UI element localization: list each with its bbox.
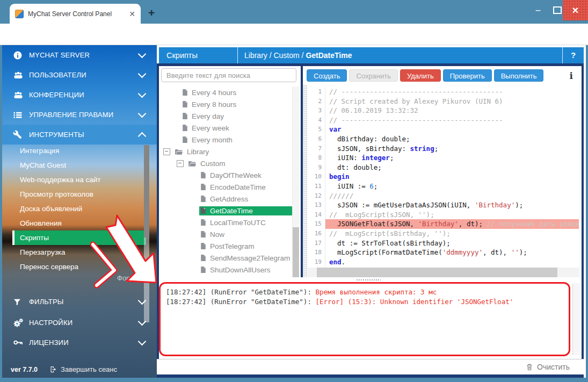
code-token: sJSON := mGetUserDataAsJSON(iUIN, — [329, 201, 475, 209]
tree-item-getaddress[interactable]: GetAddress — [159, 193, 292, 205]
chevron-down-icon — [138, 70, 147, 78]
создать-button[interactable]: Создать — [307, 69, 347, 82]
sidebar-item-фильтры[interactable]: ФИЛЬТРЫ — [2, 292, 157, 312]
folder-icon — [188, 160, 197, 167]
code-editor[interactable]: 1// ------------------------------------… — [308, 85, 582, 268]
info-icon[interactable]: i — [570, 70, 573, 81]
sidebar-scrollbar-thumb[interactable] — [144, 145, 149, 237]
submenu-item-доска-объявлений[interactable]: Доска объявлений — [2, 201, 157, 216]
code-line: 14// mLogScript(sJSON, ''); — [308, 210, 582, 220]
code-token: string — [410, 145, 434, 153]
window-minimize-button[interactable]: – — [530, 0, 546, 20]
code-token: // mLogScript(sBirthday, ''); — [329, 229, 451, 237]
tree-item-custom[interactable]: Custom — [159, 157, 292, 169]
window-close-button[interactable]: ✕ — [563, 0, 588, 20]
tree-item-every-week[interactable]: Every week — [159, 122, 292, 134]
submenu-item-интеграция[interactable]: Интеграция — [2, 143, 157, 158]
chevron-down-icon — [138, 337, 147, 346]
line-number: 9 — [308, 163, 325, 172]
tree-item-every-month[interactable]: Every month — [159, 134, 292, 146]
sidebar-item-label: УПРАВЛЕНИЕ ПРАВАМИ — [29, 111, 139, 119]
tree-item-every-8-hours[interactable]: Every 8 hours — [159, 98, 292, 110]
submenu-item-просмотр-протоколов[interactable]: Просмотр протоколов — [2, 187, 157, 201]
line-number: 1 — [308, 87, 325, 97]
line-number: 10 — [308, 172, 325, 182]
sidebar-item-конференции[interactable]: КОНФЕРЕНЦИИ — [2, 85, 157, 105]
file-icon — [182, 89, 188, 96]
tree-item-inner: Every 4 hours — [181, 88, 239, 97]
sidebar-item-настройки[interactable]: НАСТРОЙКИ — [2, 313, 157, 333]
log-scrollbar-track[interactable] — [572, 283, 580, 355]
tree-item-posttelegram[interactable]: PostTelegram — [159, 240, 292, 252]
scripts-tree-panel: Every 4 hoursEvery 8 hoursEvery dayEvery… — [159, 66, 301, 277]
tree-item-every-day[interactable]: Every day — [159, 110, 292, 122]
submenu-item-обновления[interactable]: Обновления — [2, 216, 157, 230]
выполнить-button[interactable]: Выполнить — [494, 69, 544, 82]
code-token: ////// — [329, 192, 353, 200]
tree-item-inner: Every week — [181, 124, 233, 133]
tree-item-library[interactable]: Library — [159, 146, 292, 157]
tree-item-inner: Every 8 hours — [181, 100, 239, 109]
code-text: dt: double; — [325, 163, 582, 172]
code-line: 10begin — [308, 172, 582, 182]
panel-resize-grip-vertical[interactable] — [303, 85, 308, 277]
code-token: sJSON, sBirthday: — [329, 145, 410, 153]
code-token: dBirthday: double; — [329, 135, 410, 143]
sidebar-item-пользователи[interactable]: ПОЛЬЗОВАТЕЛИ — [2, 65, 157, 85]
tree-item-inner: ShutDownAllUsers — [199, 265, 274, 275]
page-header: Скрипты Library / Custom / GetDateTime ? — [159, 47, 584, 63]
clear-log-button[interactable]: Очистить — [526, 363, 570, 371]
tree-item-label: Now — [210, 230, 224, 239]
submenu-item-mychat-guest[interactable]: MyChat Guest — [2, 158, 157, 172]
tree-scrollbar-thumb[interactable] — [293, 227, 299, 277]
tree-item-inner: EncodeDateTime — [199, 183, 269, 192]
удалить-button[interactable]: Удалить — [400, 69, 441, 82]
tree-item-inner: Library — [173, 147, 212, 156]
sidebar-item-лицензии[interactable]: ЛИЦЕНЗИИ — [2, 333, 157, 352]
code-token: iUIN: — [329, 154, 361, 162]
code-text: iUIN := 6; — [325, 182, 582, 191]
submenu-item-web-поддержка-на-сайт[interactable]: Web-поддержка на сайт — [2, 172, 157, 187]
new-tab-button[interactable]: + — [148, 6, 155, 19]
submenu-item-перенос-сервера[interactable]: Перенос сервера — [2, 260, 157, 274]
tools-submenu: ИнтеграцияMyChat GuestWeb-поддержка на с… — [2, 143, 157, 274]
forum-link[interactable]: Форум — [117, 274, 150, 282]
sidebar-item-управление-правами[interactable]: УПРАВЛЕНИЕ ПРАВАМИ — [2, 105, 157, 125]
tree-item-shutdownallusers[interactable]: ShutDownAllUsers — [159, 264, 292, 276]
log-prefix-text: [18:27:42] (RunError "GetDateTime"): — [166, 298, 315, 306]
code-token: // -------------------------------------… — [329, 116, 503, 124]
log-output[interactable]: [18:27:42] (RunError "GetDateTime"): Вре… — [159, 282, 570, 356]
line-number: 12 — [308, 191, 325, 201]
log-panel: [18:27:42] (RunError "GetDateTime"): Вре… — [159, 282, 582, 359]
file-icon — [200, 171, 206, 179]
проверить-button[interactable]: Проверить — [443, 69, 492, 82]
help-button[interactable]: ? — [562, 47, 584, 63]
sidebar-item-mychat-server[interactable]: MYCHAT SERVER — [2, 45, 157, 65]
log-error-text: Время выполнения скрипта: 3 мс — [315, 288, 437, 296]
tree-item-every-4-hours[interactable]: Every 4 hours — [159, 87, 292, 98]
tree-item-sendmessage2telegram[interactable]: SendMessage2Telegram — [159, 252, 292, 264]
sidebar-item-инструменты[interactable]: ИНСТРУМЕНТЫ — [2, 125, 157, 145]
submenu-item-перезагрузка[interactable]: Перезагрузка — [2, 245, 157, 260]
editor-hscrollbar-thumb[interactable] — [317, 268, 557, 277]
tree-item-now[interactable]: Now — [159, 228, 292, 240]
code-line: 2// Script created by Alexey Pikurov (UI… — [308, 97, 582, 106]
tree-item-label: GetAddress — [210, 195, 248, 203]
editor-vscrollbar-track[interactable] — [579, 85, 582, 277]
tree-item-getdatetime[interactable]: GetDateTime — [159, 205, 292, 217]
collapse-box-icon[interactable] — [163, 148, 170, 155]
code-text: end. — [325, 257, 582, 267]
tab-close-icon[interactable]: ✕ — [129, 10, 135, 18]
logout-button[interactable]: Завершить сеанс — [49, 365, 117, 373]
line-number: 4 — [308, 116, 325, 125]
tree-item-dayoftheweek[interactable]: DayOfTheWeek — [159, 169, 292, 181]
code-token: dt: double; — [329, 163, 382, 171]
submenu-item-скрипты[interactable]: Скрипты — [12, 230, 146, 245]
tree-item-encodedatetime[interactable]: EncodeDateTime — [159, 181, 292, 193]
tree-item-localtimetoutc[interactable]: LocalTimeToUTC — [159, 217, 292, 228]
splitter-grip-icon[interactable] — [356, 279, 381, 282]
search-input[interactable] — [161, 68, 296, 82]
tree-item-inner: Every month — [181, 135, 236, 145]
collapse-box-icon[interactable] — [177, 160, 184, 167]
browser-tab[interactable]: MyChat Server Control Panel ✕ — [10, 4, 141, 24]
